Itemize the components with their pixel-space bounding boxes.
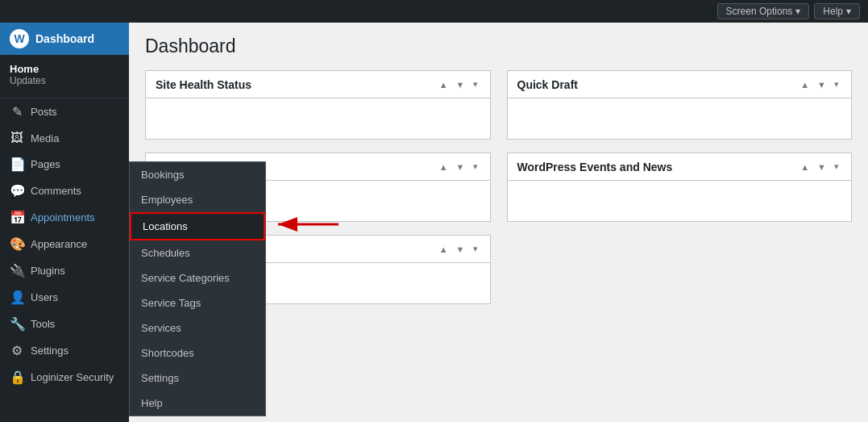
- sidebar-item-label: Plugins: [31, 265, 65, 277]
- widget-row-1: Site Health Status ▲ ▼ ▾ Quick Draft ▲ ▼…: [145, 70, 852, 140]
- sidebar-item-users[interactable]: 👤 Users: [0, 284, 129, 311]
- widget-collapse-down-btn[interactable]: ▼: [454, 161, 467, 173]
- sidebar-item-label: Settings: [31, 345, 69, 357]
- top-bar: Screen Options ▾ Help ▾: [0, 0, 868, 23]
- sidebar-item-plugins[interactable]: 🔌 Plugins: [0, 257, 129, 284]
- dropdown-item-schedules[interactable]: Schedules: [130, 240, 265, 265]
- sidebar-item-tools[interactable]: 🔧 Tools: [0, 311, 129, 337]
- widget-wp-events: WordPress Events and News ▲ ▼ ▾: [507, 153, 853, 222]
- widget-title: Quick Draft: [517, 78, 578, 91]
- dropdown-item-service-categories[interactable]: Service Categories: [130, 265, 265, 290]
- widget-collapse-up-btn[interactable]: ▲: [798, 161, 812, 173]
- widget-quick-draft: Quick Draft ▲ ▼ ▾: [507, 70, 853, 140]
- users-icon: 👤: [10, 290, 24, 305]
- main-layout: W Dashboard Home Updates ✎ Posts 🖼 Media…: [0, 23, 868, 422]
- widget-controls: ▲ ▼ ▾: [437, 77, 480, 91]
- widget-menu-btn[interactable]: ▾: [471, 242, 480, 256]
- updates-label[interactable]: Updates: [0, 75, 129, 91]
- widget-menu-btn[interactable]: ▾: [471, 77, 480, 91]
- appointments-dropdown: Bookings Employees Locations Schedules S…: [129, 161, 266, 416]
- posts-icon: ✎: [10, 104, 24, 119]
- dropdown-item-employees[interactable]: Employees: [130, 187, 265, 212]
- widget-body: [508, 98, 852, 139]
- sidebar-item-label: Pages: [31, 158, 60, 170]
- sidebar-logo[interactable]: W Dashboard: [0, 23, 129, 55]
- sidebar-item-pages[interactable]: 📄 Pages: [0, 151, 129, 178]
- widget-menu-btn[interactable]: ▾: [832, 77, 841, 91]
- widget-controls: ▲ ▼ ▾: [798, 77, 841, 91]
- sidebar-item-settings[interactable]: ⚙ Settings: [0, 337, 129, 364]
- widget-collapse-down-btn[interactable]: ▼: [454, 243, 467, 256]
- widget-site-health-header: Site Health Status ▲ ▼ ▾: [146, 71, 490, 98]
- screen-options-chevron-icon: ▾: [795, 6, 800, 17]
- dropdown-item-services[interactable]: Services: [130, 315, 265, 341]
- help-chevron-icon: ▾: [846, 6, 851, 17]
- widget-collapse-up-btn[interactable]: ▲: [437, 78, 451, 91]
- sidebar-item-label: Media: [31, 132, 59, 144]
- widget-controls: ▲ ▼ ▾: [437, 242, 480, 256]
- widget-collapse-up-btn[interactable]: ▲: [437, 243, 451, 256]
- sidebar-item-label: Comments: [31, 185, 81, 197]
- widget-collapse-up-btn[interactable]: ▲: [437, 161, 451, 173]
- appointments-icon: 📅: [10, 210, 24, 225]
- tools-icon: 🔧: [10, 316, 24, 332]
- screen-options-label: Screen Options: [726, 6, 793, 17]
- pages-icon: 📄: [10, 157, 24, 172]
- wp-logo-icon: W: [10, 29, 29, 48]
- widget-site-health: Site Health Status ▲ ▼ ▾: [145, 70, 491, 140]
- sidebar-item-label: Appearance: [31, 238, 87, 250]
- sidebar-item-appointments[interactable]: 📅 Appointments: [0, 204, 129, 231]
- dropdown-item-help-sub[interactable]: Help: [130, 391, 265, 416]
- home-group: Home Updates: [0, 55, 129, 98]
- dropdown-item-bookings[interactable]: Bookings: [130, 162, 265, 187]
- help-button[interactable]: Help ▾: [814, 3, 860, 19]
- sidebar-item-loginizer[interactable]: 🔒 Loginizer Security: [0, 364, 129, 391]
- widget-menu-btn[interactable]: ▾: [471, 160, 480, 173]
- media-icon: 🖼: [10, 131, 24, 145]
- appearance-icon: 🎨: [10, 236, 24, 252]
- dropdown-item-locations[interactable]: Locations: [130, 212, 265, 240]
- sidebar-item-comments[interactable]: 💬 Comments: [0, 178, 129, 204]
- widget-collapse-down-btn[interactable]: ▼: [815, 161, 829, 173]
- sidebar-item-posts[interactable]: ✎ Posts: [0, 98, 129, 125]
- widget-quick-draft-header: Quick Draft ▲ ▼ ▾: [508, 71, 852, 98]
- home-label[interactable]: Home: [0, 60, 129, 75]
- page-title: Dashboard: [145, 36, 852, 57]
- widget-collapse-up-btn[interactable]: ▲: [798, 78, 812, 91]
- sidebar-item-label: Appointments: [31, 211, 95, 224]
- sidebar-logo-label: Dashboard: [35, 32, 94, 45]
- sidebar-item-label: Posts: [31, 106, 57, 118]
- sidebar-item-label: Tools: [31, 318, 55, 330]
- loginizer-icon: 🔒: [10, 370, 24, 385]
- sidebar-item-label: Users: [31, 291, 58, 303]
- widget-collapse-down-btn[interactable]: ▼: [454, 78, 467, 91]
- sidebar-item-media[interactable]: 🖼 Media: [0, 125, 129, 151]
- widget-body: [508, 181, 852, 221]
- comments-icon: 💬: [10, 183, 24, 198]
- widget-controls: ▲ ▼ ▾: [437, 160, 480, 173]
- widget-controls: ▲ ▼ ▾: [798, 160, 841, 173]
- settings-icon: ⚙: [10, 343, 24, 358]
- sidebar-item-appearance[interactable]: 🎨 Appearance: [0, 231, 129, 257]
- widget-collapse-down-btn[interactable]: ▼: [815, 78, 829, 91]
- widget-wp-events-header: WordPress Events and News ▲ ▼ ▾: [508, 153, 852, 181]
- sidebar-item-label: Loginizer Security: [31, 371, 114, 383]
- dropdown-item-shortcodes[interactable]: Shortcodes: [130, 341, 265, 366]
- widget-menu-btn[interactable]: ▾: [832, 160, 841, 173]
- dropdown-item-service-tags[interactable]: Service Tags: [130, 290, 265, 315]
- widget-title: WordPress Events and News: [517, 161, 673, 173]
- screen-options-button[interactable]: Screen Options ▾: [717, 3, 810, 19]
- widget-body: [146, 98, 490, 139]
- widget-title: Site Health Status: [156, 78, 251, 91]
- plugins-icon: 🔌: [10, 263, 24, 278]
- sidebar: W Dashboard Home Updates ✎ Posts 🖼 Media…: [0, 23, 129, 422]
- help-label: Help: [823, 6, 843, 17]
- dropdown-item-settings-sub[interactable]: Settings: [130, 366, 265, 391]
